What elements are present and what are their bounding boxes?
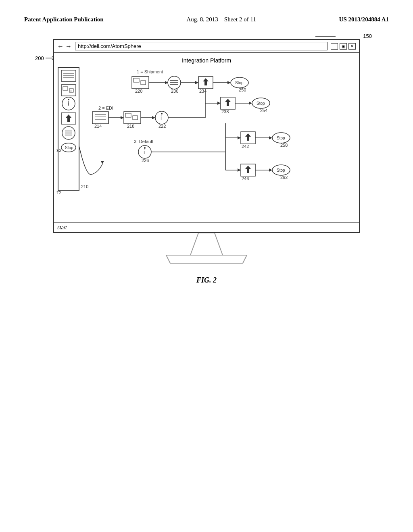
svg-text:2 = EDI: 2 = EDI [98, 106, 113, 110]
svg-text:242: 242 [242, 144, 249, 149]
nav-arrows: ← → [57, 43, 72, 50]
close-button[interactable]: ✕ [348, 43, 356, 50]
patent-header-center: Aug. 8, 2013 Sheet 2 of 11 [186, 16, 256, 23]
svg-rect-49 [92, 112, 108, 124]
svg-text:222: 222 [159, 124, 166, 129]
svg-marker-69 [217, 102, 221, 105]
svg-text:258: 258 [280, 143, 288, 148]
minimize-button[interactable] [331, 43, 338, 50]
svg-text:238: 238 [221, 109, 229, 114]
window-controls: ▣ ✕ [331, 43, 356, 50]
platform-title: Integration Platform [60, 57, 353, 64]
maximize-button[interactable]: ▣ [340, 43, 347, 50]
svg-rect-28 [133, 78, 139, 82]
svg-text:214: 214 [94, 124, 102, 129]
svg-rect-10 [63, 87, 68, 90]
patent-header-left: Patent Application Publication [24, 16, 104, 23]
svg-text:Stop: Stop [235, 81, 244, 85]
svg-text:i: i [161, 114, 162, 121]
svg-rect-57 [125, 113, 131, 117]
svg-text:212: 212 [56, 148, 61, 153]
monitor-neck [174, 233, 239, 255]
monitor-stand [53, 233, 360, 264]
main-content: 150 200 ← [0, 31, 413, 285]
patent-header-right: US 2013/204884 A1 [339, 16, 389, 23]
integration-canvas: Integration Platform [54, 53, 359, 222]
browser-toolbar: ← → http://dell.com/AtomSphere ▣ ✕ [54, 40, 359, 53]
browser-status-bar: start [54, 222, 359, 232]
monitor-base [162, 255, 251, 264]
forward-arrow-icon[interactable]: → [65, 43, 72, 50]
svg-text:1 = Shipment: 1 = Shipment [137, 69, 163, 74]
svg-rect-29 [141, 81, 146, 85]
svg-marker-86 [238, 136, 241, 139]
svg-text:254: 254 [260, 108, 267, 113]
svg-point-64 [161, 113, 163, 114]
svg-rect-58 [133, 116, 138, 120]
svg-text:262: 262 [280, 175, 288, 180]
svg-text:218: 218 [127, 124, 134, 129]
svg-rect-5 [61, 70, 76, 81]
svg-text:i: i [144, 149, 145, 155]
svg-marker-91 [269, 136, 272, 139]
svg-text:3- Default: 3- Default [134, 139, 153, 144]
svg-text:212: 212 [56, 190, 61, 195]
svg-point-81 [144, 147, 146, 149]
svg-text:250: 250 [239, 87, 246, 92]
figure-area: 150 200 ← [41, 39, 372, 285]
figure-number-150: 150 [363, 33, 372, 39]
svg-marker-61 [152, 116, 155, 119]
svg-text:Stop: Stop [257, 101, 265, 106]
svg-marker-113 [167, 256, 246, 262]
svg-text:Stop: Stop [65, 145, 73, 150]
svg-text:230: 230 [171, 89, 178, 94]
browser-window: ← → http://dell.com/AtomSphere ▣ ✕ Integ… [53, 39, 360, 233]
figure-caption: FIG. 2 [41, 276, 372, 285]
svg-marker-97 [238, 168, 241, 172]
back-arrow-icon[interactable]: ← [57, 43, 64, 50]
svg-text:□: □ [70, 89, 72, 92]
svg-text:246: 246 [242, 176, 249, 181]
integration-diagram: □ i [56, 65, 350, 220]
svg-marker-74 [249, 102, 252, 105]
svg-text:210: 210 [81, 184, 88, 189]
svg-text:226: 226 [142, 158, 149, 163]
svg-text:Stop: Stop [277, 168, 285, 172]
svg-marker-102 [269, 168, 272, 172]
svg-marker-106 [101, 161, 104, 164]
url-bar[interactable]: http://dell.com/AtomSphere [75, 42, 327, 50]
browser-window-wrapper: ← → http://dell.com/AtomSphere ▣ ✕ Integ… [53, 39, 360, 264]
svg-text:Stop: Stop [277, 136, 285, 140]
svg-marker-39 [195, 81, 198, 84]
svg-point-15 [68, 99, 69, 100]
svg-marker-44 [227, 81, 231, 84]
svg-marker-111 [191, 234, 222, 254]
svg-marker-55 [121, 116, 124, 119]
svg-text:i: i [68, 100, 69, 107]
svg-text:220: 220 [135, 89, 142, 94]
